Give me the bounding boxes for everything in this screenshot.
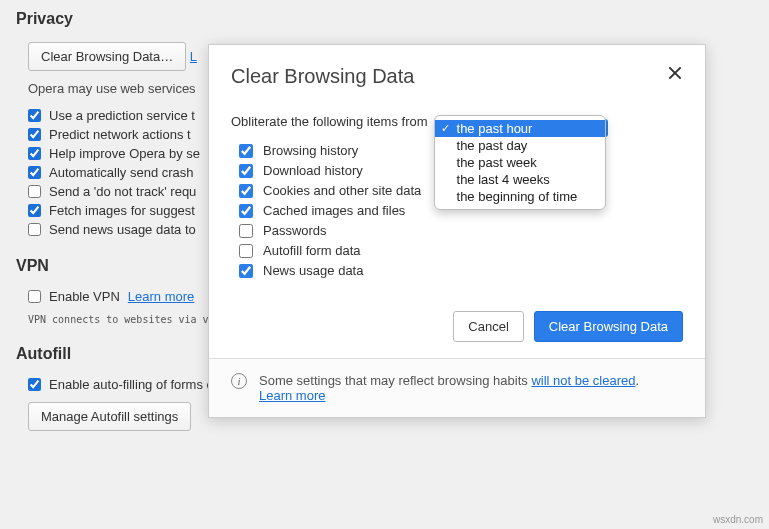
modal-option-checkbox[interactable]: [239, 204, 253, 218]
privacy-option-checkbox[interactable]: [28, 166, 41, 179]
modal-option-checkbox[interactable]: [239, 224, 253, 238]
modal-footer-text: Some settings that may reflect browsing …: [259, 373, 639, 403]
modal-option-checkbox[interactable]: [239, 144, 253, 158]
time-option[interactable]: the last 4 weeks: [435, 171, 605, 188]
cancel-button[interactable]: Cancel: [453, 311, 523, 342]
privacy-option-label: Send a 'do not track' requ: [49, 184, 196, 199]
privacy-option-checkbox[interactable]: [28, 147, 41, 160]
modal-option-checkbox[interactable]: [239, 244, 253, 258]
privacy-option-checkbox[interactable]: [28, 204, 41, 217]
privacy-learn-link[interactable]: L: [190, 49, 197, 64]
privacy-option-label: Fetch images for suggest: [49, 203, 195, 218]
modal-option-label: Browsing history: [263, 143, 358, 158]
modal-option-row: Autofill form data: [239, 243, 683, 258]
modal-learn-more-link[interactable]: Learn more: [259, 388, 325, 403]
watermark: wsxdn.com: [713, 514, 763, 525]
privacy-option-label: Automatically send crash: [49, 165, 194, 180]
modal-option-label: Cached images and files: [263, 203, 405, 218]
privacy-option-checkbox[interactable]: [28, 185, 41, 198]
privacy-option-label: Use a prediction service t: [49, 108, 195, 123]
privacy-option-checkbox[interactable]: [28, 109, 41, 122]
will-not-be-cleared-link[interactable]: will not be cleared: [531, 373, 635, 388]
enable-autofill-checkbox[interactable]: [28, 378, 41, 391]
time-option[interactable]: the past day: [435, 137, 605, 154]
privacy-option-label: Send news usage data to: [49, 222, 196, 237]
enable-vpn-label: Enable VPN: [49, 289, 120, 304]
manage-autofill-button[interactable]: Manage Autofill settings: [28, 402, 191, 431]
info-icon: i: [231, 373, 247, 389]
modal-option-checkbox[interactable]: [239, 264, 253, 278]
time-option[interactable]: the past week: [435, 154, 605, 171]
privacy-section-title: Privacy: [16, 10, 753, 28]
modal-option-row: News usage data: [239, 263, 683, 278]
privacy-option-checkbox[interactable]: [28, 128, 41, 141]
modal-option-label: Cookies and other site data: [263, 183, 421, 198]
enable-vpn-checkbox[interactable]: [28, 290, 41, 303]
modal-option-checkbox[interactable]: [239, 164, 253, 178]
clear-browsing-data-button[interactable]: Clear Browsing Data…: [28, 42, 186, 71]
clear-browsing-data-modal: Clear Browsing Data Obliterate the follo…: [208, 44, 706, 418]
vpn-learn-more-link[interactable]: Learn more: [128, 289, 194, 304]
modal-option-label: Download history: [263, 163, 363, 178]
time-range-dropdown[interactable]: the past hourthe past daythe past weekth…: [434, 115, 606, 210]
modal-option-label: Autofill form data: [263, 243, 361, 258]
privacy-option-checkbox[interactable]: [28, 223, 41, 236]
time-option[interactable]: the past hour: [435, 120, 605, 137]
modal-option-label: News usage data: [263, 263, 363, 278]
modal-option-row: Passwords: [239, 223, 683, 238]
obliterate-label: Obliterate the following items from: [231, 114, 428, 129]
modal-title: Clear Browsing Data: [231, 65, 414, 88]
time-option[interactable]: the beginning of time: [435, 188, 605, 205]
modal-option-checkbox[interactable]: [239, 184, 253, 198]
modal-option-label: Passwords: [263, 223, 327, 238]
close-icon[interactable]: [667, 65, 683, 81]
privacy-option-label: Help improve Opera by se: [49, 146, 200, 161]
clear-browsing-data-confirm-button[interactable]: Clear Browsing Data: [534, 311, 683, 342]
privacy-option-label: Predict network actions t: [49, 127, 191, 142]
